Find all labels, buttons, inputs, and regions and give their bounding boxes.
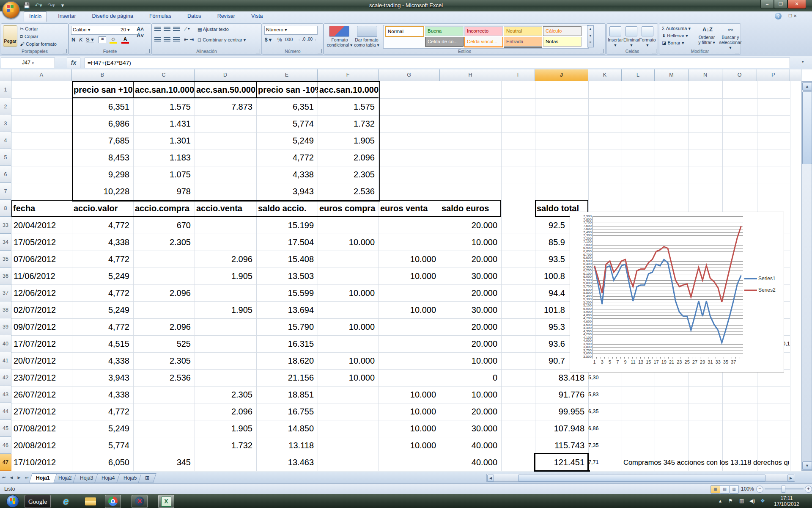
cell-header-F8[interactable]: euros compra [318,200,379,217]
ribbon-tab-vista[interactable]: Vista [246,11,268,21]
cell-E5[interactable]: 4,772 [256,149,318,166]
cell-fecha-36[interactable]: 11/06/2012 [11,268,72,284]
number-format-select[interactable]: Número ▾ [264,26,318,35]
align-top-middle-bottom-icon[interactable] [164,27,170,32]
cell-fecha-33[interactable]: 20/04/2012 [11,217,72,234]
chart-legend-series2[interactable]: Series2 [744,287,776,293]
format-painter-button[interactable]: 🖌 Copiar formato [20,41,57,47]
cell-header-G8[interactable]: euros venta [379,200,440,217]
cell-D44[interactable]: 2.096 [195,403,256,420]
cell-C34[interactable]: 2.305 [133,234,195,251]
thousands-button[interactable]: 000 [285,37,293,42]
cell-D46[interactable]: 1.732 [195,437,256,454]
cell-B36[interactable]: 5,249 [72,268,133,284]
cell-G36[interactable]: 10.000 [379,268,440,284]
hscroll-right-arrow[interactable]: ▶ [787,475,794,482]
cell-header-E1[interactable]: precio san -10% [256,81,318,98]
row-header-8[interactable]: 8 [0,200,11,217]
cell-C39[interactable]: 2.096 [133,318,195,335]
cell-E43[interactable]: 18.851 [256,386,318,403]
ribbon-tab-datos[interactable]: Datos [182,11,206,21]
cell-G46[interactable]: 10.000 [379,437,440,454]
row-header-4[interactable]: 4 [0,132,11,149]
sheet-tab-hoja1[interactable]: Hoja1 [29,473,57,483]
sheet-nav-next[interactable]: ▶ [16,474,22,481]
ribbon-tab-insertar[interactable]: Insertar [53,11,81,21]
cell-H37[interactable]: 20.000 [440,284,501,301]
row-header-38[interactable]: 38 [0,301,11,318]
cell-H36[interactable]: 30.000 [440,268,501,284]
cell-H46[interactable]: 40.000 [440,437,501,454]
autosum-button[interactable]: Σ Autosuma ▾ [662,26,691,31]
cell-C33[interactable]: 670 [133,217,195,234]
column-header-N[interactable]: N [689,69,722,81]
cell-B41[interactable]: 4,338 [72,352,133,369]
group-celdas-dialog-launcher[interactable] [652,49,656,53]
cell-style-celda-vincul-[interactable]: Celda vincul... [464,37,503,47]
insert-button[interactable]: Insertar ▾ [607,37,624,47]
cell-style-neutral[interactable]: Neutral [504,26,542,36]
cell-style-buena[interactable]: Buena [425,26,464,36]
vscroll-thumb[interactable] [802,91,812,164]
google-search-widget[interactable]: Google [25,495,51,508]
cell-fecha-34[interactable]: 17/05/2012 [11,234,72,251]
cell-B3[interactable]: 6,986 [72,115,133,132]
cell-E6[interactable]: 4,338 [256,166,318,183]
group-alineacion-dialog-launcher[interactable] [256,49,260,53]
hscroll-thumb[interactable] [518,475,765,482]
cell-H42[interactable]: 0 [440,369,501,386]
office-button[interactable] [2,1,20,19]
grow-shrink-font-buttons[interactable]: A˄ A˅ [137,26,151,39]
cell-saldo-total-40[interactable]: 93.6 [535,335,569,352]
cell-E47[interactable]: 13.463 [256,454,318,471]
cell-B33[interactable]: 4,772 [72,217,133,234]
row-header-44[interactable]: 44 [0,403,11,420]
cell-saldo-total-44[interactable]: 99.955 [535,403,588,420]
merge-center-button[interactable]: ⊟ Combinar y centrar ▾ [198,37,246,43]
cell-F42[interactable]: 10.000 [318,369,379,386]
cell-F7[interactable]: 2.536 [318,183,379,200]
decimal-buttons[interactable]: ←.0 .00→ [298,37,317,41]
cell-C6[interactable]: 1.075 [133,166,195,183]
cell-H45[interactable]: 30.000 [440,420,501,437]
column-header-partial[interactable] [790,69,801,81]
network-icon[interactable]: ▥ [739,498,744,504]
cell-B4[interactable]: 7,685 [72,132,133,149]
undo-button[interactable]: ↶▾ [33,1,44,10]
cell-fecha-42[interactable]: 23/07/2012 [11,369,72,386]
volume-icon[interactable]: ◀) [749,498,755,504]
redo-button[interactable]: ↷▾ [46,1,57,10]
ribbon-tab-f-rmulas[interactable]: Fórmulas [144,11,176,21]
restore-button[interactable]: ❐ [774,0,787,9]
cell-D45[interactable]: 1.905 [195,420,256,437]
cell-G45[interactable]: 10.000 [379,420,440,437]
start-button[interactable] [4,494,21,508]
cell-E2[interactable]: 6,351 [256,98,318,115]
tray-expand-icon[interactable]: ▴ [719,498,721,504]
cell-G38[interactable]: 10.000 [379,301,440,318]
workbook-window-controls[interactable]: _ ❐ ✕ [785,14,810,18]
cell-header-H8[interactable]: saldo euros [440,200,501,217]
cell-C7[interactable]: 978 [133,183,195,200]
row-header-37[interactable]: 37 [0,284,11,301]
row-header-41[interactable]: 41 [0,352,11,369]
cell-G35[interactable]: 10.000 [379,251,440,268]
align-top-middle-bottom-icon[interactable] [154,27,161,32]
cell-B43[interactable]: 4,338 [72,386,133,403]
row-header-39[interactable]: 39 [0,318,11,335]
cell-style-notas[interactable]: Notas [543,37,582,47]
name-box[interactable]: J47 ▾ [1,58,55,68]
save-button[interactable]: 💾 [22,1,31,10]
cell-extra-44[interactable]: 6,35 [588,403,614,420]
internet-explorer-icon[interactable]: e [58,495,74,507]
percent-button[interactable]: % [277,37,282,43]
cell-C4[interactable]: 1.301 [133,132,195,149]
cell-style-normal[interactable]: Normal [385,26,424,37]
row-header-45[interactable]: 45 [0,420,11,437]
view-normal-button[interactable]: ▦ [710,485,720,494]
cell-fecha-35[interactable]: 07/06/2012 [11,251,72,268]
cell-G44[interactable]: 10.000 [379,403,440,420]
delete-button[interactable]: Eliminar ▾ [623,37,640,47]
format-button[interactable]: Formato ▾ [639,37,656,47]
cell-D2[interactable]: 7.873 [195,98,256,115]
